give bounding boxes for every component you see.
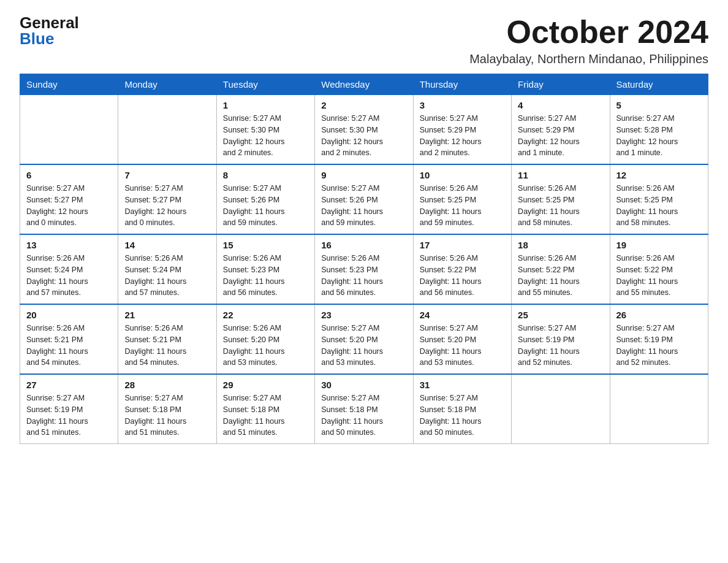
day-info: Sunrise: 5:26 AM Sunset: 5:25 PM Dayligh… (518, 183, 603, 229)
day-number: 30 (321, 380, 406, 390)
logo-blue-text: Blue (20, 31, 54, 47)
calendar-cell-1-3: 1Sunrise: 5:27 AM Sunset: 5:30 PM Daylig… (216, 95, 314, 165)
day-number: 15 (223, 240, 308, 250)
calendar-cell-4-6: 25Sunrise: 5:27 AM Sunset: 5:19 PM Dayli… (512, 304, 610, 374)
calendar-cell-2-3: 8Sunrise: 5:27 AM Sunset: 5:26 PM Daylig… (216, 164, 314, 234)
calendar-cell-2-4: 9Sunrise: 5:27 AM Sunset: 5:26 PM Daylig… (315, 164, 413, 234)
day-number: 2 (321, 100, 406, 110)
day-info: Sunrise: 5:27 AM Sunset: 5:26 PM Dayligh… (223, 183, 308, 229)
weekday-header-row: Sunday Monday Tuesday Wednesday Thursday… (20, 74, 708, 95)
calendar-cell-4-4: 23Sunrise: 5:27 AM Sunset: 5:20 PM Dayli… (315, 304, 413, 374)
day-info: Sunrise: 5:26 AM Sunset: 5:23 PM Dayligh… (223, 253, 308, 299)
day-number: 23 (321, 310, 406, 320)
calendar-cell-3-3: 15Sunrise: 5:26 AM Sunset: 5:23 PM Dayli… (216, 234, 314, 304)
day-info: Sunrise: 5:27 AM Sunset: 5:20 PM Dayligh… (420, 323, 505, 369)
week-row-3: 13Sunrise: 5:26 AM Sunset: 5:24 PM Dayli… (20, 234, 708, 304)
calendar-cell-1-2 (118, 95, 216, 165)
day-info: Sunrise: 5:27 AM Sunset: 5:18 PM Dayligh… (321, 393, 406, 439)
logo-general-text: General (20, 15, 79, 31)
day-info: Sunrise: 5:27 AM Sunset: 5:18 PM Dayligh… (223, 393, 308, 439)
calendar-cell-2-1: 6Sunrise: 5:27 AM Sunset: 5:27 PM Daylig… (20, 164, 118, 234)
calendar-table: Sunday Monday Tuesday Wednesday Thursday… (20, 74, 708, 444)
title-block: October 2024 Malaybalay, Northern Mindan… (469, 15, 708, 66)
day-info: Sunrise: 5:26 AM Sunset: 5:20 PM Dayligh… (223, 323, 308, 369)
day-info: Sunrise: 5:26 AM Sunset: 5:23 PM Dayligh… (321, 253, 406, 299)
day-number: 16 (321, 240, 406, 250)
day-number: 25 (518, 310, 603, 320)
calendar-cell-2-5: 10Sunrise: 5:26 AM Sunset: 5:25 PM Dayli… (413, 164, 511, 234)
day-number: 19 (616, 240, 702, 250)
day-number: 12 (616, 170, 702, 180)
day-number: 10 (420, 170, 505, 180)
day-number: 31 (420, 380, 505, 390)
calendar-cell-1-1 (20, 95, 118, 165)
day-info: Sunrise: 5:26 AM Sunset: 5:24 PM Dayligh… (26, 253, 112, 299)
week-row-4: 20Sunrise: 5:26 AM Sunset: 5:21 PM Dayli… (20, 304, 708, 374)
day-number: 6 (26, 170, 112, 180)
day-info: Sunrise: 5:27 AM Sunset: 5:26 PM Dayligh… (321, 183, 406, 229)
header-friday: Friday (512, 74, 610, 95)
calendar-cell-1-6: 4Sunrise: 5:27 AM Sunset: 5:29 PM Daylig… (512, 95, 610, 165)
day-number: 5 (616, 100, 702, 110)
calendar-cell-4-7: 26Sunrise: 5:27 AM Sunset: 5:19 PM Dayli… (610, 304, 708, 374)
day-number: 3 (420, 100, 505, 110)
day-info: Sunrise: 5:27 AM Sunset: 5:19 PM Dayligh… (616, 323, 702, 369)
calendar-cell-3-1: 13Sunrise: 5:26 AM Sunset: 5:24 PM Dayli… (20, 234, 118, 304)
calendar-cell-5-6 (512, 374, 610, 444)
calendar-cell-2-7: 12Sunrise: 5:26 AM Sunset: 5:25 PM Dayli… (610, 164, 708, 234)
calendar-cell-5-7 (610, 374, 708, 444)
calendar-cell-1-7: 5Sunrise: 5:27 AM Sunset: 5:28 PM Daylig… (610, 95, 708, 165)
header-tuesday: Tuesday (216, 74, 314, 95)
logo: General Blue (20, 15, 79, 47)
day-info: Sunrise: 5:27 AM Sunset: 5:18 PM Dayligh… (420, 393, 505, 439)
day-info: Sunrise: 5:27 AM Sunset: 5:20 PM Dayligh… (321, 323, 406, 369)
day-info: Sunrise: 5:26 AM Sunset: 5:21 PM Dayligh… (124, 323, 210, 369)
day-number: 9 (321, 170, 406, 180)
week-row-2: 6Sunrise: 5:27 AM Sunset: 5:27 PM Daylig… (20, 164, 708, 234)
day-info: Sunrise: 5:27 AM Sunset: 5:29 PM Dayligh… (420, 113, 505, 159)
day-info: Sunrise: 5:26 AM Sunset: 5:21 PM Dayligh… (26, 323, 112, 369)
day-info: Sunrise: 5:26 AM Sunset: 5:22 PM Dayligh… (518, 253, 603, 299)
calendar-cell-3-4: 16Sunrise: 5:26 AM Sunset: 5:23 PM Dayli… (315, 234, 413, 304)
day-number: 7 (124, 170, 210, 180)
day-number: 4 (518, 100, 603, 110)
page-header: General Blue October 2024 Malaybalay, No… (20, 15, 708, 66)
calendar-cell-1-5: 3Sunrise: 5:27 AM Sunset: 5:29 PM Daylig… (413, 95, 511, 165)
day-number: 22 (223, 310, 308, 320)
day-info: Sunrise: 5:26 AM Sunset: 5:25 PM Dayligh… (420, 183, 505, 229)
day-number: 29 (223, 380, 308, 390)
day-number: 13 (26, 240, 112, 250)
calendar-cell-2-6: 11Sunrise: 5:26 AM Sunset: 5:25 PM Dayli… (512, 164, 610, 234)
calendar-cell-5-3: 29Sunrise: 5:27 AM Sunset: 5:18 PM Dayli… (216, 374, 314, 444)
day-info: Sunrise: 5:26 AM Sunset: 5:22 PM Dayligh… (420, 253, 505, 299)
calendar-cell-3-5: 17Sunrise: 5:26 AM Sunset: 5:22 PM Dayli… (413, 234, 511, 304)
day-info: Sunrise: 5:27 AM Sunset: 5:29 PM Dayligh… (518, 113, 603, 159)
calendar-cell-3-7: 19Sunrise: 5:26 AM Sunset: 5:22 PM Dayli… (610, 234, 708, 304)
day-number: 28 (124, 380, 210, 390)
day-info: Sunrise: 5:27 AM Sunset: 5:18 PM Dayligh… (124, 393, 210, 439)
header-monday: Monday (118, 74, 216, 95)
calendar-cell-5-1: 27Sunrise: 5:27 AM Sunset: 5:19 PM Dayli… (20, 374, 118, 444)
day-info: Sunrise: 5:27 AM Sunset: 5:27 PM Dayligh… (26, 183, 112, 229)
calendar-cell-5-5: 31Sunrise: 5:27 AM Sunset: 5:18 PM Dayli… (413, 374, 511, 444)
month-title: October 2024 (469, 15, 708, 50)
header-saturday: Saturday (610, 74, 708, 95)
calendar-cell-4-3: 22Sunrise: 5:26 AM Sunset: 5:20 PM Dayli… (216, 304, 314, 374)
day-number: 26 (616, 310, 702, 320)
day-info: Sunrise: 5:27 AM Sunset: 5:19 PM Dayligh… (518, 323, 603, 369)
week-row-5: 27Sunrise: 5:27 AM Sunset: 5:19 PM Dayli… (20, 374, 708, 444)
calendar-cell-4-1: 20Sunrise: 5:26 AM Sunset: 5:21 PM Dayli… (20, 304, 118, 374)
calendar-cell-4-5: 24Sunrise: 5:27 AM Sunset: 5:20 PM Dayli… (413, 304, 511, 374)
day-info: Sunrise: 5:27 AM Sunset: 5:28 PM Dayligh… (616, 113, 702, 159)
day-info: Sunrise: 5:27 AM Sunset: 5:27 PM Dayligh… (124, 183, 210, 229)
day-number: 18 (518, 240, 603, 250)
day-number: 21 (124, 310, 210, 320)
day-number: 11 (518, 170, 603, 180)
header-thursday: Thursday (413, 74, 511, 95)
day-number: 24 (420, 310, 505, 320)
calendar-cell-3-2: 14Sunrise: 5:26 AM Sunset: 5:24 PM Dayli… (118, 234, 216, 304)
day-number: 14 (124, 240, 210, 250)
calendar-cell-1-4: 2Sunrise: 5:27 AM Sunset: 5:30 PM Daylig… (315, 95, 413, 165)
day-number: 8 (223, 170, 308, 180)
calendar-cell-2-2: 7Sunrise: 5:27 AM Sunset: 5:27 PM Daylig… (118, 164, 216, 234)
